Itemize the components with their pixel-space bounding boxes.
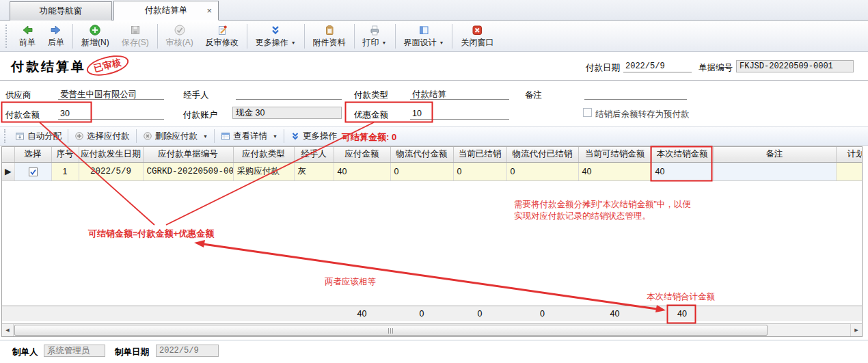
cell-payable-type[interactable]: 采购应付款 (233, 162, 294, 180)
plus-circle-gray-icon (74, 131, 84, 141)
scroll-right-icon[interactable]: ▶ (850, 324, 862, 336)
total-this-settle-amount: 40 (651, 306, 713, 321)
window-layout-icon (418, 24, 430, 36)
discount-field[interactable]: 10 (410, 107, 509, 120)
total-settled: 0 (453, 306, 506, 321)
grid-totals-row: 40 0 0 0 40 40 (2, 306, 863, 321)
prev-doc-button[interactable]: 前单 (13, 22, 42, 51)
table-row[interactable]: ▶ 1 2022/5/9 CGRKD-20220509-0003 采购应付款 灰… (2, 162, 863, 180)
annotation-note-line2: 实现对应付款记录的结销状态管理。 (514, 211, 651, 222)
add-button[interactable]: 新增(N) (75, 22, 116, 51)
toolbar-separator (304, 24, 305, 49)
dropdown-caret-icon: ▼ (273, 134, 277, 139)
close-window-button[interactable]: 关闭窗口 (455, 22, 500, 51)
x-circle-gray-icon (143, 131, 152, 141)
col-logistics-settled[interactable]: 物流代付已结销 (506, 147, 578, 162)
doc-no-field: FKJSD-20220509-0001 (736, 60, 854, 72)
arrow-right-icon (50, 24, 62, 36)
cell-settled[interactable]: 0 (453, 162, 506, 180)
tab-close-icon[interactable]: × (206, 1, 212, 20)
double-chevron-down-icon (269, 24, 282, 36)
print-button[interactable]: 打印▼ (357, 22, 393, 51)
transfer-prepay-label: 结销后余额转存为预付款 (595, 109, 690, 120)
tab-label: 付款结算单 (145, 5, 188, 15)
pay-date-field[interactable]: 2022/5/9 (623, 60, 692, 72)
annotation-note-line1: 需要将付款金额分摊到"本次结销金额"中，以便 (514, 199, 691, 211)
checked-checkbox-icon[interactable] (29, 167, 38, 176)
toolbar-separator (395, 24, 396, 49)
cell-remark[interactable] (713, 162, 836, 180)
col-payable-type[interactable]: 应付款类型 (233, 147, 294, 162)
arrow-left-icon (21, 24, 33, 36)
main-toolbar: 前单 后单 新增(N) 保存(S) 审核(A) 反审修改 更多操作▼ (0, 21, 868, 52)
col-this-settle-amount[interactable]: 本次结销金额 (651, 147, 713, 162)
cell-plan-date[interactable] (836, 162, 863, 180)
col-handler[interactable]: 经手人 (294, 147, 334, 162)
app-window: 功能导航窗 付款结算单 × 前单 后单 新增(N) 保存(S) 审核(A) (0, 0, 868, 363)
cell-settleable-amount[interactable]: 40 (578, 162, 651, 180)
save-button: 保存(S) (116, 22, 155, 51)
select-payable-button[interactable]: 选择应付款 (70, 128, 135, 144)
supplier-field[interactable]: 爱普生中国有限公司 (58, 88, 164, 100)
toolbar-separator (157, 24, 158, 49)
col-remark[interactable]: 备注 (713, 147, 836, 162)
scroll-left-icon[interactable]: ◀ (2, 324, 14, 336)
pay-amount-label: 付款金额 (5, 109, 40, 121)
annotation-equal-note: 两者应该相等 (325, 276, 376, 288)
divider (0, 340, 868, 340)
reverse-audit-button[interactable]: 反审修改 (200, 22, 245, 51)
pay-amount-field[interactable]: 30 (58, 107, 164, 120)
total-logistics-settled: 0 (506, 306, 578, 321)
tab-function-nav[interactable]: 功能导航窗 (10, 1, 112, 21)
toolbar-drag-handle[interactable] (5, 25, 8, 48)
col-settled[interactable]: 当前已结销 (453, 147, 506, 162)
attachments-button[interactable]: 附件资料 (307, 22, 352, 51)
grid-toolbar-drag-handle[interactable] (4, 129, 7, 143)
col-settleable-amount[interactable]: 当前可结销金额 (578, 147, 651, 162)
col-payable-date[interactable]: 应付款发生日期 (79, 147, 143, 162)
grid-toolbar: 自动分配 选择应付款 删除应付款 ▼ 查看详情 ▼ 更多操作 ▼ 可结算金额: … (0, 126, 868, 146)
audited-stamp: 已审核 (85, 52, 131, 79)
auto-assign-button[interactable]: 自动分配 (10, 128, 66, 144)
plus-circle-icon (89, 24, 101, 36)
scrollbar-thumb[interactable] (14, 325, 768, 336)
handler-field[interactable] (236, 88, 342, 100)
col-payable-amount[interactable]: 应付金额 (334, 147, 390, 162)
remark-field[interactable] (584, 88, 687, 100)
more-actions-button[interactable]: 更多操作▼ (249, 22, 302, 51)
col-payable-doc-no[interactable]: 应付款单据编号 (143, 147, 233, 162)
maker-date-label: 制单日期 (115, 347, 149, 358)
maker-date-field: 2022/5/9 (156, 345, 219, 357)
toolbar-separator (284, 129, 284, 143)
annotation-total-note: 本次结销合计金额 (647, 291, 715, 303)
maker-field: 系统管理员 (44, 345, 105, 357)
row-selector-arrow: ▶ (2, 162, 14, 180)
cell-payable-date[interactable]: 2022/5/9 (79, 162, 143, 180)
cell-seq[interactable]: 1 (51, 162, 79, 180)
cell-handler[interactable]: 灰 (294, 162, 334, 180)
pay-type-field[interactable]: 付款结算 (410, 88, 509, 100)
handler-label: 经手人 (183, 90, 209, 101)
cell-this-settle-amount[interactable]: 40 (651, 162, 713, 180)
row-select-cell[interactable] (14, 162, 51, 180)
col-plan-date[interactable]: 计划结算日期 (836, 147, 863, 162)
toolbar-separator (452, 24, 452, 49)
col-seq[interactable]: 序号 (51, 147, 79, 162)
delete-payable-button[interactable]: 删除应付款 ▼ (138, 128, 213, 144)
grid-header-row: 选择 序号 应付款发生日期 应付款单据编号 应付款类型 经手人 应付金额 物流代… (2, 147, 863, 162)
col-logistics-amount[interactable]: 物流代付金额 (390, 147, 453, 162)
cell-payable-doc-no[interactable]: CGRKD-20220509-0003 (143, 162, 233, 180)
cell-payable-amount[interactable]: 40 (334, 162, 390, 180)
ui-design-button[interactable]: 界面设计▼ (398, 22, 450, 51)
cell-logistics-amount[interactable]: 0 (390, 162, 453, 180)
next-doc-button[interactable]: 后单 (42, 22, 70, 51)
horizontal-scrollbar[interactable]: ◀ ▶ (2, 323, 862, 336)
col-select[interactable]: 选择 (14, 147, 51, 162)
edit-page-icon (216, 24, 228, 36)
transfer-prepay-checkbox[interactable] (583, 108, 592, 117)
cell-logistics-settled[interactable]: 0 (506, 162, 578, 180)
tab-payment-settlement[interactable]: 付款结算单 × (113, 1, 219, 21)
view-detail-button[interactable]: 查看详情 ▼ (216, 128, 282, 144)
printer-icon (368, 24, 381, 36)
pay-account-field: 现金 30 (232, 107, 342, 119)
